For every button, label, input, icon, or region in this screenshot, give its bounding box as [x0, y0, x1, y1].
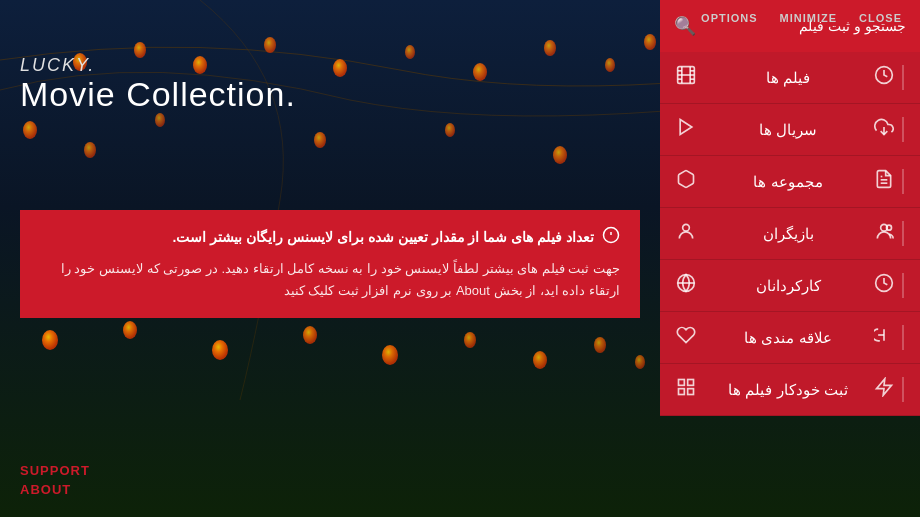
menu-item-collections[interactable]: مجموعه ها	[660, 156, 920, 208]
svg-rect-50	[688, 389, 694, 395]
svg-point-42	[683, 224, 690, 231]
movies-icon-right	[876, 65, 904, 90]
menu-item-series-icons	[876, 117, 908, 142]
support-link[interactable]: SUPPORT	[20, 463, 90, 478]
about-link[interactable]: ABOUT	[20, 482, 90, 497]
bottom-links: SUPPORT ABOUT	[20, 463, 90, 497]
info-title-text: تعداد فیلم های شما از مقدار تعیین شده بر…	[172, 229, 594, 245]
svg-marker-37	[680, 120, 692, 135]
menu-item-movies-icons	[876, 65, 908, 90]
menu-item-favorites[interactable]: علاقه مندی ها	[660, 312, 920, 364]
svg-rect-49	[688, 380, 694, 386]
actors-icon-right	[876, 221, 904, 246]
svg-rect-51	[679, 389, 685, 395]
series-icon-right	[876, 117, 904, 142]
menu-list: فیلم ها سریال ها	[660, 52, 920, 517]
info-icon	[602, 226, 620, 248]
favorites-icon-left	[672, 325, 700, 350]
favorites-icon-right	[876, 325, 904, 350]
title-lucky: LUCKY.	[20, 55, 296, 76]
svg-point-41	[887, 225, 892, 230]
minimize-button[interactable]: MINIMIZE	[770, 8, 848, 28]
menu-item-actors-icons	[876, 221, 908, 246]
series-label: سریال ها	[759, 121, 817, 139]
auto-icon-left	[672, 377, 700, 402]
movies-label: فیلم ها	[766, 69, 810, 87]
menu-item-auto-icons	[876, 377, 908, 402]
info-body-text: جهت ثبت فیلم های بیشتر لطفاً لایسنس خود …	[40, 258, 620, 302]
svg-marker-47	[877, 379, 892, 396]
menu-item-favorites-icons	[876, 325, 908, 350]
collections-icon-right	[876, 169, 904, 194]
title-movie: Movie Collection.	[20, 76, 296, 113]
directors-label: کارکردانان	[756, 277, 821, 295]
menu-item-auto-register[interactable]: ثبت خودکار فیلم ها	[660, 364, 920, 416]
actors-icon-left	[672, 221, 700, 246]
auto-icon-right	[876, 377, 904, 402]
menu-item-directors-icons	[876, 273, 908, 298]
menu-item-collections-icons	[876, 169, 908, 194]
movies-icon-left	[672, 65, 700, 90]
sidebar: جستجو و ثبت فیلم 🔍 فیلم ها	[660, 0, 920, 517]
top-bar: OPTIONS MINIMIZE CLOSE	[691, 0, 920, 28]
directors-icon-left	[672, 273, 700, 298]
menu-item-movies[interactable]: فیلم ها	[660, 52, 920, 104]
auto-register-label: ثبت خودکار فیلم ها	[728, 381, 848, 399]
menu-item-actors[interactable]: بازیگران	[660, 208, 920, 260]
menu-item-series[interactable]: سریال ها	[660, 104, 920, 156]
collections-label: مجموعه ها	[753, 173, 822, 191]
favorites-label: علاقه مندی ها	[744, 329, 831, 347]
menu-item-directors[interactable]: کارکردانان	[660, 260, 920, 312]
info-box: تعداد فیلم های شما از مقدار تعیین شده بر…	[20, 210, 640, 318]
directors-icon-right	[876, 273, 904, 298]
options-button[interactable]: OPTIONS	[691, 8, 768, 28]
actors-label: بازیگران	[763, 225, 814, 243]
svg-rect-48	[679, 380, 685, 386]
collections-icon-left	[672, 169, 700, 194]
series-icon-left	[672, 117, 700, 142]
close-button[interactable]: CLOSE	[849, 8, 912, 28]
title-area: LUCKY. Movie Collection.	[20, 55, 296, 113]
info-title-line: تعداد فیلم های شما از مقدار تعیین شده بر…	[40, 226, 620, 248]
